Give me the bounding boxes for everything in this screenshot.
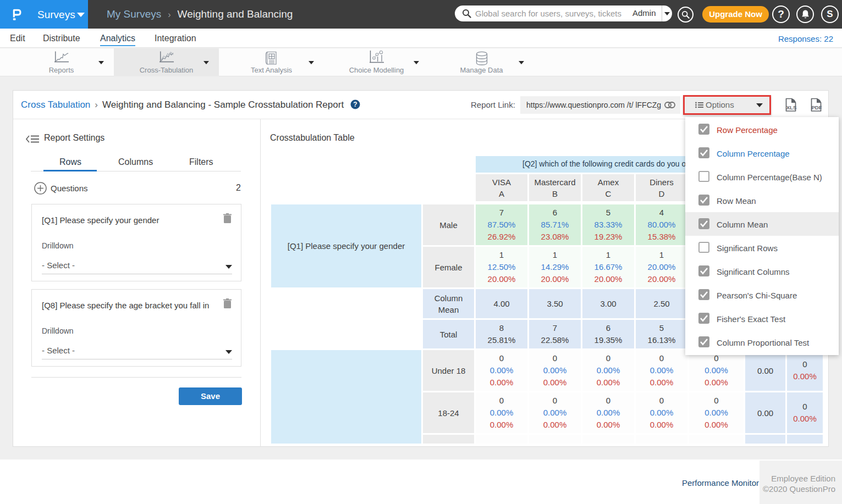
svg-text:PDF: PDF xyxy=(812,104,822,110)
svg-text:XLS: XLS xyxy=(786,104,796,110)
svg-text:?: ? xyxy=(353,101,357,108)
